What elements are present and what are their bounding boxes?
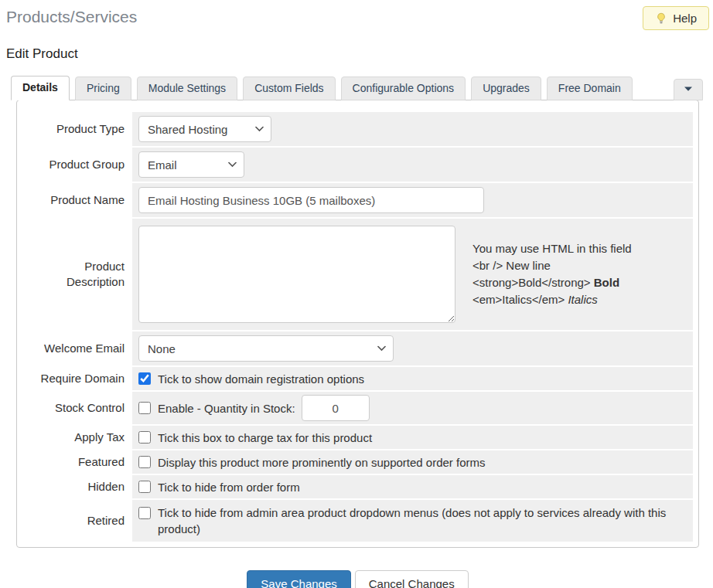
stock-quantity-input[interactable] bbox=[302, 395, 370, 421]
apply-tax-checkbox-label[interactable]: Tick this box to charge tax for this pro… bbox=[138, 430, 372, 446]
welcome-email-field: None bbox=[132, 331, 693, 365]
product-name-label: Product Name bbox=[22, 183, 132, 217]
tab-configurable-options[interactable]: Configurable Options bbox=[341, 76, 466, 100]
details-panel: Product Type Shared Hosting Product Grou… bbox=[16, 100, 699, 548]
tab-bar: Details Pricing Module Settings Custom F… bbox=[11, 76, 703, 100]
form-row-require-domain: Require Domain Tick to show domain regis… bbox=[22, 367, 693, 390]
product-type-label: Product Type bbox=[22, 112, 132, 146]
tab-details[interactable]: Details bbox=[11, 76, 70, 100]
save-changes-button[interactable]: Save Changes bbox=[247, 570, 350, 588]
hint-line: You may use HTML in this field bbox=[472, 240, 632, 257]
help-button[interactable]: Help bbox=[643, 6, 709, 30]
form-row-retired: Retired Tick to hide from admin area pro… bbox=[22, 500, 693, 542]
product-description-label: Product Description bbox=[22, 219, 132, 330]
product-type-select[interactable]: Shared Hosting bbox=[138, 116, 271, 142]
retired-field: Tick to hide from admin area product dro… bbox=[132, 500, 693, 542]
stock-control-checkbox-label[interactable]: Enable - Quantity in Stock: bbox=[138, 400, 295, 416]
product-description-textarea[interactable] bbox=[138, 226, 455, 323]
tab-module-settings[interactable]: Module Settings bbox=[137, 76, 237, 100]
apply-tax-field: Tick this box to charge tax for this pro… bbox=[132, 426, 693, 449]
retired-checkbox-label[interactable]: Tick to hide from admin area product dro… bbox=[138, 505, 687, 537]
stock-control-label: Stock Control bbox=[22, 392, 132, 424]
header-bar: Products/Services Help bbox=[6, 6, 709, 30]
form-row-featured: Featured Display this product more promi… bbox=[22, 450, 693, 474]
apply-tax-checkbox[interactable] bbox=[138, 431, 151, 444]
featured-checkbox[interactable] bbox=[138, 456, 151, 468]
product-type-field: Shared Hosting bbox=[132, 112, 693, 146]
hidden-field: Tick to hide from order form bbox=[132, 475, 693, 498]
stock-control-field: Enable - Quantity in Stock: bbox=[132, 392, 693, 424]
require-domain-checkbox-label[interactable]: Tick to show domain registration options bbox=[138, 371, 364, 387]
form-row-product-description: Product Description You may use HTML in … bbox=[22, 219, 693, 330]
lightbulb-icon bbox=[655, 12, 667, 25]
form-row-product-group: Product Group Email bbox=[22, 148, 693, 182]
featured-label: Featured bbox=[22, 450, 132, 474]
hidden-label: Hidden bbox=[22, 475, 132, 498]
featured-checkbox-label[interactable]: Display this product more prominently on… bbox=[138, 454, 486, 471]
product-group-select[interactable]: Email bbox=[138, 151, 244, 178]
page-title: Products/Services bbox=[6, 6, 137, 26]
help-button-label: Help bbox=[673, 12, 697, 25]
form-row-hidden: Hidden Tick to hide from order form bbox=[22, 475, 693, 498]
caret-down-icon bbox=[684, 87, 693, 92]
hint-line: <em>Italics</em> Italics bbox=[472, 291, 632, 308]
html-usage-hint: You may use HTML in this field <br /> Ne… bbox=[472, 240, 632, 308]
form-row-product-type: Product Type Shared Hosting bbox=[22, 112, 693, 146]
form-row-stock-control: Stock Control Enable - Quantity in Stock… bbox=[22, 392, 693, 424]
retired-checkbox[interactable] bbox=[138, 507, 151, 519]
welcome-email-select[interactable]: None bbox=[138, 335, 394, 362]
edit-product-heading: Edit Product bbox=[6, 46, 709, 62]
hint-line: <br /> New line bbox=[472, 257, 632, 274]
require-domain-checkbox[interactable] bbox=[138, 372, 151, 385]
apply-tax-label: Apply Tax bbox=[22, 426, 132, 449]
form-row-welcome-email: Welcome Email None bbox=[22, 331, 693, 365]
form-actions: Save Changes Cancel Changes bbox=[6, 570, 709, 588]
tab-custom-fields[interactable]: Custom Fields bbox=[243, 76, 335, 100]
welcome-email-label: Welcome Email bbox=[22, 331, 132, 365]
product-name-field bbox=[132, 183, 693, 217]
products-services-page: Products/Services Help Edit Product Deta… bbox=[0, 0, 713, 588]
require-domain-label: Require Domain bbox=[22, 367, 132, 390]
hidden-checkbox[interactable] bbox=[138, 481, 151, 493]
tab-pricing[interactable]: Pricing bbox=[75, 76, 131, 100]
tab-free-domain[interactable]: Free Domain bbox=[547, 76, 633, 100]
product-name-input[interactable] bbox=[138, 187, 484, 213]
tab-upgrades[interactable]: Upgrades bbox=[471, 76, 541, 100]
product-group-label: Product Group bbox=[22, 148, 132, 182]
form-row-product-name: Product Name bbox=[22, 183, 693, 217]
stock-control-checkbox[interactable] bbox=[138, 402, 151, 414]
featured-field: Display this product more prominently on… bbox=[132, 450, 693, 474]
cancel-changes-button[interactable]: Cancel Changes bbox=[355, 570, 469, 588]
hidden-checkbox-label[interactable]: Tick to hide from order form bbox=[138, 479, 300, 495]
product-description-field: You may use HTML in this field <br /> Ne… bbox=[132, 219, 693, 330]
form-row-apply-tax: Apply Tax Tick this box to charge tax fo… bbox=[22, 426, 693, 449]
product-group-field: Email bbox=[132, 148, 693, 182]
require-domain-field: Tick to show domain registration options bbox=[132, 367, 693, 390]
tab-overflow-button[interactable] bbox=[674, 79, 703, 100]
hint-line: <strong>Bold</strong> Bold bbox=[472, 274, 632, 291]
retired-label: Retired bbox=[22, 500, 132, 542]
